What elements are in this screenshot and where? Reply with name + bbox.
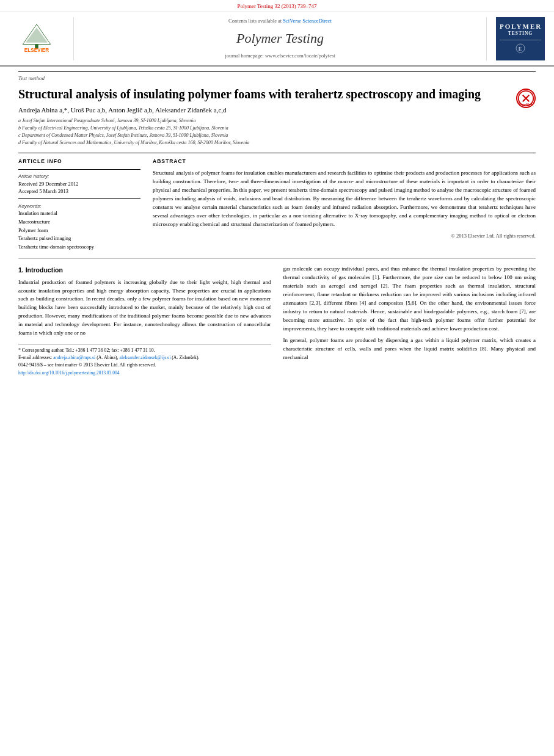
svg-text:ELSEVIER: ELSEVIER: [24, 48, 49, 54]
body-section: 1. Introduction Industrial production of…: [18, 258, 536, 377]
footnote-doi[interactable]: http://dx.doi.org/10.1016/j.polymertesti…: [18, 369, 271, 377]
received-date: Received 29 December 2012: [18, 181, 140, 188]
email-link-1[interactable]: andreja.abina@mps.si: [53, 355, 95, 360]
body-col-right: gas molecule can occupy individual pores…: [283, 265, 536, 377]
elsevier-logo-area: ELSEVIER: [6, 17, 67, 61]
badge-title-line2: TESTING: [500, 31, 541, 37]
body-col-left: 1. Introduction Industrial production of…: [18, 265, 271, 377]
journal-title: Polymer Testing: [236, 29, 324, 48]
footnote-corresponding: * Corresponding author. Tel.: +386 1 477…: [18, 347, 271, 354]
affiliation-c: c Department of Condensed Matter Physics…: [18, 133, 228, 138]
article-info-heading: ARTICLE INFO: [18, 158, 140, 165]
affiliations: a Jozef Stefan International Postgraduat…: [18, 117, 536, 147]
keyword-2: Macrostructure: [18, 218, 140, 227]
intro-para-3: In general, polymer foams are produced b…: [283, 336, 536, 362]
intro-para-2: gas molecule can occupy individual pores…: [283, 265, 536, 333]
keyword-1: Insulation material: [18, 209, 140, 218]
journal-citation: Polymer Testing 32 (2013) 739–747: [237, 3, 316, 9]
svg-text:CrossMark: CrossMark: [519, 102, 533, 105]
keyword-5: Terahertz time-domain spectroscopy: [18, 243, 140, 252]
keyword-3: Polymer foam: [18, 227, 140, 235]
email-link-2[interactable]: aleksander.zidansek@ijs.si: [119, 355, 170, 360]
contents-list-text: Contents lists available at SciVerse Sci…: [228, 18, 332, 25]
footnote-issn: 0142-9418/$ – see front matter © 2013 El…: [18, 362, 271, 369]
intro-para-1: Industrial production of foamed polymers…: [18, 278, 271, 338]
journal-header: ELSEVIER Contents lists available at Sci…: [0, 12, 554, 67]
section-tag: Test method: [18, 71, 536, 82]
abstract-text: Structural analysis of polymer foams for…: [153, 169, 536, 229]
crossmark-icon: CrossMark: [516, 89, 536, 108]
journal-badge-area: POLYMER TESTING E: [493, 17, 548, 61]
title-row: CrossMark Structural analysis of insulat…: [18, 86, 536, 102]
affiliation-b: b Faculty of Electrical Engineering, Uni…: [18, 125, 228, 131]
abstract-heading: ABSTRACT: [153, 158, 536, 165]
journal-title-area: Contents lists available at SciVerse Sci…: [73, 17, 487, 61]
journal-homepage: journal homepage: www.elsevier.com/locat…: [225, 53, 335, 60]
polymer-testing-badge: POLYMER TESTING E: [496, 17, 545, 61]
affiliation-d: d Faculty of Natural Sciences and Mathem…: [18, 140, 250, 145]
sciverse-link[interactable]: SciVerse ScienceDirect: [283, 18, 332, 24]
accepted-date: Accepted 5 March 2013: [18, 188, 140, 195]
copyright-line: © 2013 Elsevier Ltd. All rights reserved…: [153, 233, 536, 240]
abstract-panel: ABSTRACT Structural analysis of polymer …: [153, 158, 536, 251]
journal-citation-bar: Polymer Testing 32 (2013) 739–747: [0, 0, 554, 12]
elsevier-logo: ELSEVIER: [9, 23, 64, 54]
svg-text:E: E: [519, 46, 522, 52]
footnote-email: E-mail addresses: andreja.abina@mps.si (…: [18, 354, 271, 362]
footnotes-area: * Corresponding author. Tel.: +386 1 477…: [18, 344, 271, 377]
paper-title: Structural analysis of insulating polyme…: [18, 86, 536, 102]
intro-heading: 1. Introduction: [18, 265, 271, 275]
affiliation-a: a Jozef Stefan International Postgraduat…: [18, 118, 195, 123]
article-info-panel: ARTICLE INFO Article history: Received 2…: [18, 158, 140, 251]
article-info-abstract-row: ARTICLE INFO Article history: Received 2…: [18, 153, 536, 251]
history-label: Article history:: [18, 173, 140, 180]
badge-title-line1: POLYMER: [500, 22, 541, 31]
authors-line: Andreja Abina a,*, Uroš Puc a,b, Anton J…: [18, 106, 536, 115]
main-content: Test method CrossMark Structural analysi…: [0, 67, 554, 382]
keywords-section: Keywords: Insulation material Macrostruc…: [18, 203, 140, 251]
crossmark-badge: CrossMark: [516, 89, 536, 108]
keyword-4: Terahertz pulsed imaging: [18, 234, 140, 243]
keywords-label: Keywords:: [18, 203, 140, 209]
